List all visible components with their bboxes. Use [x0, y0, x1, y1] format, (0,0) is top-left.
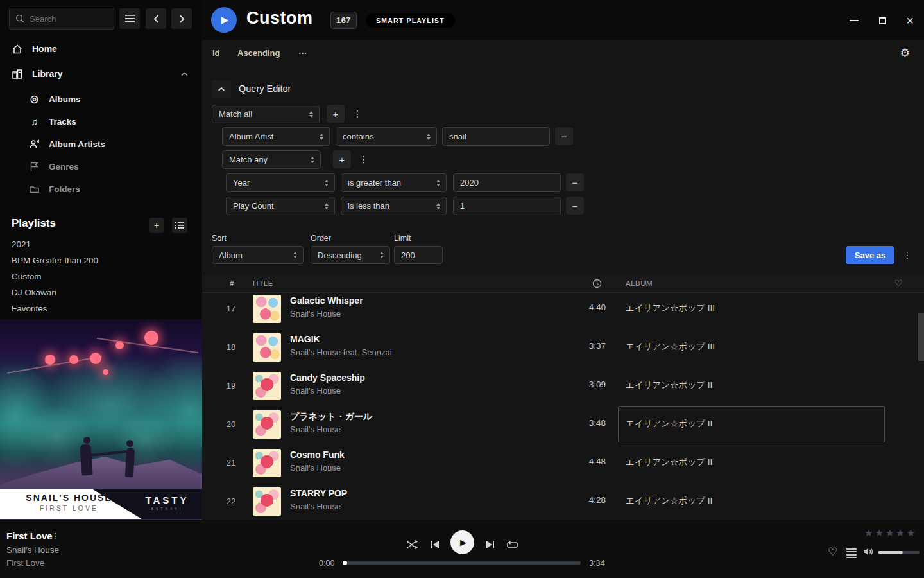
- forward-button[interactable]: [171, 8, 192, 29]
- table-row[interactable]: 17 Galactic Whisper Snail's House 4:40 エ…: [202, 293, 924, 328]
- seek-bar[interactable]: [343, 561, 581, 565]
- favorite-button[interactable]: ♡: [828, 545, 837, 559]
- sort-select[interactable]: Album: [212, 246, 304, 264]
- sidebar-item-home[interactable]: Home: [0, 39, 202, 58]
- scrollbar-thumb[interactable]: [918, 313, 924, 361]
- table-row[interactable]: 19 Candy Spaceship Snail's House 3:09 エイ…: [202, 367, 924, 405]
- lantern: [69, 355, 78, 364]
- playlist-item-custom[interactable]: Custom: [12, 268, 185, 285]
- rating-stars[interactable]: ★ ★ ★ ★ ★: [864, 527, 916, 539]
- volume-button[interactable]: [863, 547, 874, 556]
- sidebar-item-label: Album Artists: [49, 139, 105, 149]
- column-album[interactable]: ALBUM: [626, 279, 653, 287]
- total-time: 3:34: [589, 559, 604, 568]
- star-icon[interactable]: ★: [896, 527, 905, 539]
- album-art-thumbnail: [253, 487, 281, 516]
- sidebar-item-library[interactable]: Library: [0, 64, 202, 83]
- playlist-item-favorites[interactable]: Favorites: [12, 301, 185, 317]
- rule1-operator-select[interactable]: contains: [336, 127, 437, 146]
- rule3-operator-select[interactable]: is less than: [341, 197, 447, 215]
- sidebar-item-tracks[interactable]: ♫ Tracks: [0, 112, 202, 130]
- minus-icon: −: [572, 177, 578, 188]
- add-playlist-button[interactable]: +: [149, 218, 164, 233]
- rule3-value-field[interactable]: [453, 197, 561, 215]
- minimize-button[interactable]: [848, 14, 860, 27]
- now-playing-title: First Love: [6, 530, 53, 541]
- gear-icon[interactable]: ⚙: [900, 46, 910, 60]
- volume-slider[interactable]: [878, 551, 920, 554]
- table-row[interactable]: 18 MAGIK Snail's House feat. Sennzai 3:3…: [202, 328, 924, 367]
- chevron-up-icon[interactable]: [181, 72, 188, 76]
- rule1-field-select[interactable]: Album Artist: [222, 127, 330, 146]
- remove-rule3-button[interactable]: −: [566, 197, 584, 215]
- playlist-item-bpm[interactable]: BPM Greater than 200: [12, 252, 185, 268]
- rule1-value-field[interactable]: [442, 127, 550, 146]
- repeat-button[interactable]: [504, 537, 520, 552]
- back-button[interactable]: [146, 8, 166, 29]
- heart-column-icon[interactable]: ♡: [894, 278, 903, 288]
- playlist-menu-button[interactable]: [172, 218, 187, 233]
- column-title[interactable]: TITLE: [252, 279, 273, 287]
- limit-field[interactable]: [394, 246, 443, 264]
- star-icon[interactable]: ★: [875, 527, 884, 539]
- match-any-select[interactable]: Match any: [222, 150, 321, 169]
- record-label-name: TASTY: [137, 495, 198, 505]
- sort-field-button[interactable]: Id: [212, 48, 220, 58]
- previous-track-button[interactable]: [427, 537, 443, 552]
- sidebar-item-album-artists[interactable]: Album Artists: [0, 135, 202, 153]
- column-number[interactable]: #: [230, 279, 234, 287]
- search-box[interactable]: [9, 8, 114, 30]
- shuffle-button[interactable]: [404, 537, 420, 552]
- queue-button[interactable]: [846, 548, 857, 558]
- sidebar-item-genres[interactable]: Genres: [0, 157, 202, 175]
- query-editor-collapse-button[interactable]: [212, 80, 231, 98]
- add-rule-button[interactable]: +: [327, 105, 345, 123]
- star-icon[interactable]: ★: [864, 527, 873, 539]
- close-button[interactable]: ×: [903, 14, 916, 27]
- sidebar-item-albums[interactable]: ◎ Albums: [0, 90, 202, 108]
- playlist-item-2021[interactable]: 2021: [12, 236, 185, 252]
- library-icon: [12, 69, 22, 79]
- table-row[interactable]: 22 STARRY POP Snail's House 4:28 エイリアン☆ポ…: [202, 482, 924, 520]
- subgroup-options-button[interactable]: ⋮: [356, 150, 372, 168]
- save-options-button[interactable]: ⋮: [900, 246, 915, 264]
- sidebar-item-folders[interactable]: Folders: [0, 180, 202, 198]
- match-all-select[interactable]: Match all: [212, 105, 320, 123]
- track-artist: Snail's House feat. Sennzai: [290, 347, 392, 357]
- add-subrule-button[interactable]: +: [333, 150, 351, 168]
- table-row[interactable]: 21 Cosmo Funk Snail's House 4:48 エイリアン☆ポ…: [202, 444, 924, 482]
- plus-icon: +: [333, 109, 339, 119]
- group-options-button[interactable]: ⋮: [350, 105, 365, 123]
- remove-rule1-button[interactable]: −: [555, 127, 573, 145]
- search-input[interactable]: [30, 14, 107, 24]
- next-track-button[interactable]: [483, 537, 498, 552]
- more-options-button[interactable]: ⋯: [298, 48, 307, 58]
- play-pause-button[interactable]: ▶: [450, 530, 474, 554]
- rule3-field-select[interactable]: Play Count: [226, 197, 335, 215]
- track-album: エイリアン☆ポップ II: [626, 457, 712, 468]
- minus-icon: −: [572, 200, 578, 211]
- remove-rule2-button[interactable]: −: [566, 173, 584, 191]
- maximize-button[interactable]: [876, 14, 889, 27]
- track-duration: 4:28: [571, 495, 606, 505]
- table-row[interactable]: 20 プラネット・ガール Snail's House 3:48 エイリアン☆ポッ…: [202, 405, 924, 444]
- rule2-operator-select[interactable]: is greater than: [341, 173, 447, 192]
- rule2-field-select[interactable]: Year: [226, 173, 335, 192]
- album-art-thumbnail: [253, 372, 281, 400]
- now-playing-options-button[interactable]: ⋮: [51, 531, 60, 541]
- save-as-button[interactable]: Save as: [846, 246, 894, 264]
- sort-direction-button[interactable]: Ascending: [237, 48, 280, 58]
- star-icon[interactable]: ★: [886, 527, 894, 539]
- playhead[interactable]: [343, 561, 347, 565]
- album-art-thumbnail: [253, 410, 281, 439]
- clock-icon[interactable]: [592, 279, 602, 288]
- updown-arrows-icon: [325, 180, 329, 186]
- order-select[interactable]: Descending: [311, 246, 390, 264]
- menu-button[interactable]: [119, 8, 140, 29]
- now-playing-album-art[interactable]: SNAIL'S HOUSE FIRST LOVE TASTY BSTNAXI: [0, 319, 202, 520]
- play-playlist-button[interactable]: ▶: [211, 7, 237, 33]
- star-icon[interactable]: ★: [907, 527, 916, 539]
- playlist-item-dj-okawari[interactable]: DJ Okawari: [12, 285, 185, 301]
- chevron-up-icon: [218, 87, 225, 92]
- rule2-value-field[interactable]: [453, 173, 561, 192]
